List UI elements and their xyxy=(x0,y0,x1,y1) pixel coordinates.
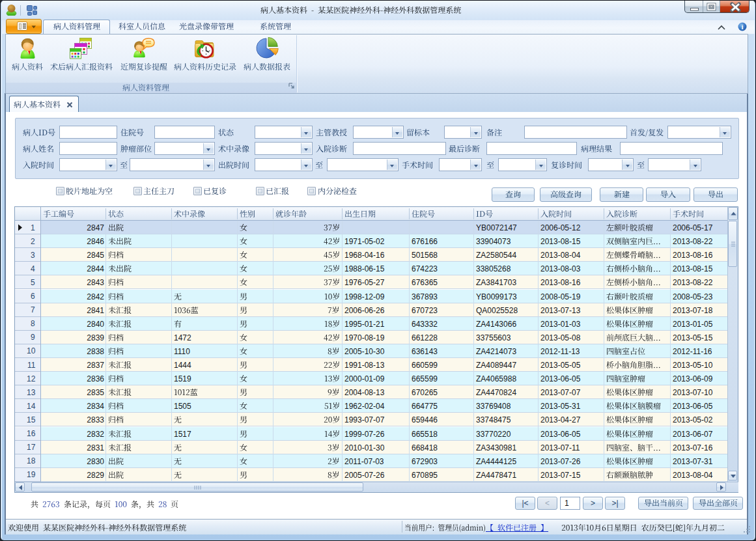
svg-text:i: i xyxy=(741,23,743,31)
